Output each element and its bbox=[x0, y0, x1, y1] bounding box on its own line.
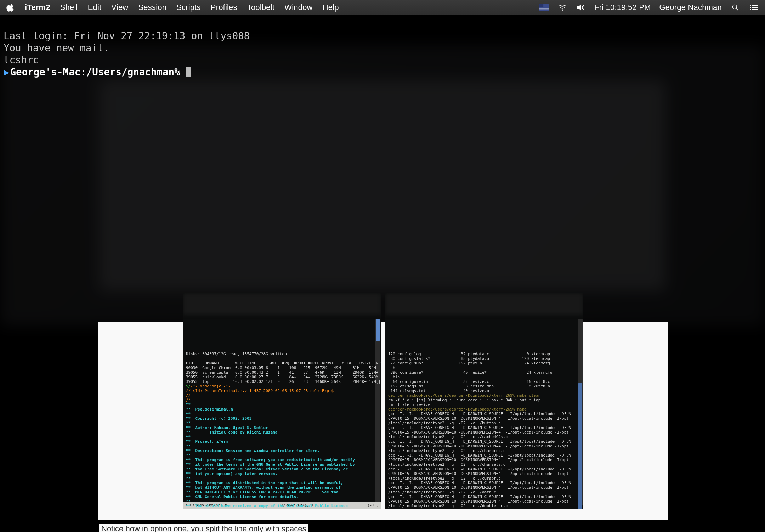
build-line: /local/include/freetype2 -g -O2 -c ./cha… bbox=[388, 462, 505, 467]
build-line: gcc -I. -I. -DHAVE_CONFIG_H -D_DARWIN_C_… bbox=[388, 508, 571, 509]
src-line: ** Description: Session and window contr… bbox=[186, 448, 320, 453]
text-line: Disks: 804097/12G read, 1354770/28G writ… bbox=[186, 352, 289, 356]
menu-profiles[interactable]: Profiles bbox=[211, 3, 237, 12]
app-name[interactable]: iTerm2 bbox=[25, 3, 50, 12]
src-line: ** GNU General Public License for more d… bbox=[186, 494, 299, 499]
src-line: ** Copyright (c) 2002, 2003 bbox=[186, 416, 251, 421]
build-line: gcc -I. -I. -DHAVE_CONFIG_H -D_DARWIN_C_… bbox=[388, 439, 571, 444]
table-row: 39055 quicklookd 0.0 00:00.27 7 3 84- 84… bbox=[186, 375, 378, 379]
terminal-line: You have new mail. bbox=[4, 42, 109, 53]
iterm-terminal-output[interactable]: Last login: Fri Nov 27 22:19:13 on ttys0… bbox=[0, 15, 765, 102]
src-line: ** This program is free software; you ca… bbox=[186, 458, 355, 462]
src-line: // bbox=[186, 393, 191, 398]
src-line: ** bbox=[186, 499, 191, 504]
cmd-output: rm -f *.o *.[is] XtermLog.* .pure core *… bbox=[388, 398, 540, 402]
split-pane-right: 120 config.log 32 ptydata.c 0 xtermcap 8… bbox=[385, 293, 583, 509]
menu-window[interactable]: Window bbox=[284, 3, 312, 12]
ls-row: 80 config.status* 88 ptydata.o 120 xterm… bbox=[388, 356, 550, 361]
ls-row: 120 config.log 32 ptydata.c 0 xtermcap bbox=[388, 352, 550, 356]
ls-row: 896 configure* 40 resize* 24 xtermcfg bbox=[388, 370, 552, 375]
prompt-caret-icon: ▶ bbox=[4, 66, 10, 78]
build-line: CPROTO=15 -DOSMAJORVERSION=10 -DOSMINORV… bbox=[388, 430, 569, 435]
svg-point-11 bbox=[750, 5, 751, 6]
src-line: ** bbox=[186, 476, 191, 481]
table-row: 90030- Google Chrom 0.0 00:03.05 6 1 108… bbox=[186, 366, 376, 370]
menu-shell[interactable]: Shell bbox=[60, 3, 78, 12]
terminal-cursor bbox=[186, 67, 191, 77]
cmd-output: rm -f xterm resize bbox=[388, 402, 430, 407]
menubar-clock[interactable]: Fri 10:19:52 PM bbox=[594, 3, 651, 12]
src-line: ** bbox=[186, 444, 191, 448]
ls-row: 152 ctlseqs.ms 8 resize.man 8 xutf8.h bbox=[388, 384, 550, 389]
terminal-prompt[interactable]: ▶George's-Mac:/Users/gnachman% bbox=[4, 66, 761, 78]
svg-rect-16 bbox=[752, 9, 758, 10]
menu-scripts[interactable]: Scripts bbox=[176, 3, 201, 12]
id-line-text: $Id: PseudoTerminal.m,v 1.437 2009-02-06… bbox=[193, 389, 334, 393]
embedded-screenshot-split-panes: Disks: 804097/12G read, 1354770/28G writ… bbox=[183, 293, 583, 509]
build-line: /local/include/freetype2 -g -O2 -c ./dat… bbox=[388, 490, 496, 494]
src-line: ** but WITHOUT ANY WARRANTY; without eve… bbox=[186, 485, 341, 490]
terminal-line: Last login: Fri Nov 27 22:19:13 on ttys0… bbox=[4, 30, 250, 41]
build-line: gcc -I. -I. -DHAVE_CONFIG_H -D_DARWIN_C_… bbox=[388, 481, 571, 485]
src-line: ** You should have received a copy of th… bbox=[186, 504, 348, 508]
src-line: ** MERCHANTABILITY or FITNESS FOR A PART… bbox=[186, 490, 338, 494]
src-line: ** This program is distributed in the ho… bbox=[186, 481, 343, 485]
src-line: ** PseudoTerminal.m bbox=[186, 407, 233, 412]
src-line: ** it under the terms of the GNU General… bbox=[186, 462, 355, 467]
wifi-icon[interactable] bbox=[557, 4, 567, 11]
build-line: /local/include/freetype2 -g -O2 -c ./cha… bbox=[388, 448, 505, 453]
doc-body-text: Notice how in option one, you split the … bbox=[99, 524, 308, 532]
build-line: CPROTO=15 -DOSMAJORVERSION=10 -DOSMINORV… bbox=[388, 485, 569, 490]
menubar-user[interactable]: George Nachman bbox=[659, 3, 722, 12]
split-pane-left: Disks: 804097/12G read, 1354770/28G writ… bbox=[183, 293, 381, 509]
build-line: /local/include/freetype2 -g -O2 -c ./dou… bbox=[388, 504, 508, 508]
prompt-text: George's-Mac:/Users/gnachman% bbox=[10, 66, 180, 78]
build-line: CPROTO=15 -DOSMAJORVERSION=10 -DOSMINORV… bbox=[388, 458, 569, 462]
src-line: ** Project: iTerm bbox=[186, 439, 228, 444]
ls-row: 144 ctlseqs.txt 40 resize.o bbox=[388, 389, 489, 393]
svg-point-12 bbox=[750, 7, 751, 8]
spotlight-search-icon[interactable] bbox=[730, 4, 740, 11]
ls-row: h bbox=[388, 366, 395, 370]
src-line: ** bbox=[186, 412, 191, 416]
table-row: 39050 screencaptur 0.0 00:00.43 2 1 41- … bbox=[186, 370, 378, 375]
svg-line-10 bbox=[736, 9, 738, 11]
svg-rect-15 bbox=[752, 7, 758, 8]
src-line: ** bbox=[186, 402, 191, 407]
build-line: gcc -I. -I. -DHAVE_CONFIG_H -D_DARWIN_C_… bbox=[388, 467, 571, 471]
build-line: /local/include/freetype2 -g -O2 -c ./cur… bbox=[388, 476, 501, 481]
src-line: ** bbox=[186, 435, 191, 439]
volume-icon[interactable] bbox=[576, 4, 586, 11]
menu-help[interactable]: Help bbox=[323, 3, 339, 12]
menu-view[interactable]: View bbox=[111, 3, 128, 12]
build-line: gcc -I. -I. -DHAVE_CONFIG_H -D_DARWIN_C_… bbox=[388, 453, 571, 458]
build-line: CPROTO=15 -DOSMAJORVERSION=10 -DOSMINORV… bbox=[388, 471, 569, 476]
input-source-us-icon[interactable] bbox=[539, 4, 549, 11]
terminal-line: tcshrc bbox=[4, 54, 39, 66]
vim-modeline: -*- mode:objc -*- bbox=[191, 384, 231, 389]
menu-edit[interactable]: Edit bbox=[88, 3, 102, 12]
menu-session[interactable]: Session bbox=[138, 3, 166, 12]
table-row: 39052 top 10.3 00:02.02 1/1 0 26 33 1460… bbox=[186, 379, 381, 384]
build-line: CPROTO=15 -DOSMAJORVERSION=10 -DOSMINORV… bbox=[388, 444, 569, 448]
prompt-line: georgen-macbookpro:/Users/georgen/Downlo… bbox=[388, 393, 540, 398]
build-line: gcc -I. -I. -DHAVE_CONFIG_H -D_DARWIN_C_… bbox=[388, 425, 571, 430]
build-line: /local/include/freetype2 -g -O2 -c ./but… bbox=[388, 421, 501, 425]
process-cols: PID COMMAND %CPU TIME #TH #VQ #PORT #MRE… bbox=[186, 361, 381, 366]
notification-center-icon[interactable] bbox=[749, 4, 759, 11]
svg-point-8 bbox=[562, 9, 563, 11]
prompt-line: georgen-macbookpro:/Users/georgen/Downlo… bbox=[388, 407, 527, 412]
ls-row: 64 configure.in 32 resize.c 16 xutf8.c bbox=[388, 379, 550, 384]
menu-toolbelt[interactable]: Toolbelt bbox=[247, 3, 274, 12]
src-line: ** Author: Fabian, Ujwal S. Setlur bbox=[186, 425, 268, 430]
svg-rect-7 bbox=[539, 4, 543, 7]
ls-row: 72 config.sub* 152 ptyx.h 24 xtermcfg bbox=[388, 361, 550, 366]
apple-menu-icon[interactable] bbox=[6, 3, 15, 12]
build-line: CPROTO=15 -DOSMAJORVERSION=10 -DOSMINORV… bbox=[388, 416, 569, 421]
shell-prompt-dollar: $/ bbox=[186, 384, 191, 389]
id-line: // bbox=[186, 389, 193, 393]
src-line: ** Initial code by Kiichi Kusama bbox=[186, 430, 277, 435]
build-line: /local/include/freetype2 -g -O2 -c ./cac… bbox=[388, 435, 508, 439]
macos-menubar: iTerm2 Shell Edit View Session Scripts P… bbox=[0, 0, 765, 15]
build-line: CPROTO=15 -DOSMAJORVERSION=10 -DOSMINORV… bbox=[388, 499, 569, 504]
